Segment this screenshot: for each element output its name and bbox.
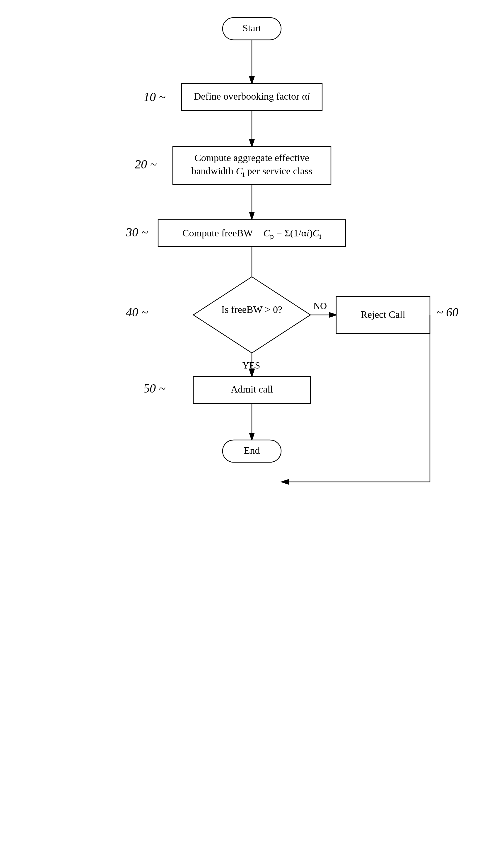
- end-label: End: [244, 445, 260, 456]
- step-number-30: 30 ~: [126, 226, 148, 239]
- step-number-60: ~ 60: [436, 306, 458, 319]
- step50-label: Admit call: [231, 384, 273, 395]
- yes-label: YES: [242, 360, 260, 371]
- step-number-50: 50 ~: [144, 382, 166, 395]
- start-label: Start: [242, 22, 262, 33]
- step10-label: Define overbooking factor αi: [194, 91, 310, 102]
- step60-label: Reject Call: [361, 309, 405, 320]
- step40-diamond: [193, 277, 310, 353]
- step-number-10: 10 ~: [144, 90, 166, 104]
- step40-label: Is freeBW > 0?: [221, 304, 282, 315]
- flowchart: Start Define overbooking factor αi 10 ~ …: [0, 0, 504, 841]
- step-number-40: 40 ~: [126, 306, 148, 319]
- step-number-20: 20 ~: [135, 158, 157, 171]
- no-label: NO: [313, 301, 327, 311]
- step20-label-1: Compute aggregate effective: [195, 152, 309, 163]
